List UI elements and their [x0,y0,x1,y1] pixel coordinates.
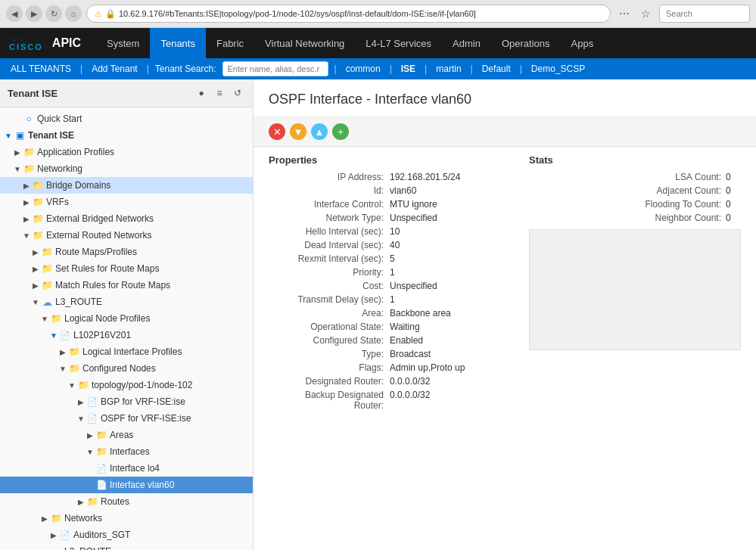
toggle-interfaces: ▼ [85,448,95,456]
tenant-tag-ise[interactable]: ISE [398,64,418,74]
properties-title: Properties [269,154,529,166]
prop-operational-state-value: Waiting [390,322,420,332]
browser-menu-button[interactable]: ⋯ [615,5,633,23]
sidebar-item-routes[interactable]: ▶ 📁 Routes [0,493,253,510]
sidebar-item-l3-route-2[interactable]: ▼ ☁ L3_ROUTE [0,543,253,550]
sidebar-item-l102p16v201[interactable]: ▼ 📄 L102P16V201 [0,327,253,343]
sidebar-item-ext-bridged[interactable]: ▶ 📁 External Bridged Networks [0,210,253,227]
home-button[interactable]: ⌂ [65,5,82,22]
nav-l4l7[interactable]: L4-L7 Services [355,28,442,58]
sidebar-item-logical-interface-profiles[interactable]: ▶ 📁 Logical Interface Profiles [0,343,253,360]
sidebar-item-topology-pod1[interactable]: ▼ 📁 topology/pod-1/node-102 [0,377,253,393]
move-up-action-icon[interactable]: ▲ [311,123,328,140]
prop-configured-state-value: Enabled [390,335,423,346]
prop-rexmit-interval-label: Rexmit Interval (sec): [269,253,390,264]
tenant-tag-default[interactable]: Default [479,64,514,74]
browser-extra-actions: ⋯ ☆ [615,5,655,23]
sidebar-item-route-maps[interactable]: ▶ 📁 Route Maps/Profiles [0,244,253,260]
nav-system[interactable]: System [96,28,150,58]
prop-dead-interval-label: Dead Interval (sec): [269,240,390,250]
nav-operations[interactable]: Operations [491,28,561,58]
sidebar-item-interface-vlan60[interactable]: 📄 Interface vlan60 [0,477,253,493]
sidebar-item-interface-lo4[interactable]: 📄 Interface lo4 [0,460,253,477]
nav-admin[interactable]: Admin [442,28,491,58]
sidebar-item-tenant-ise[interactable]: ▼ ▣ Tenant ISE [0,127,253,144]
sidebar-item-match-rules[interactable]: ▶ 📁 Match Rules for Route Maps [0,277,253,294]
prop-backup-designated-router-label: Backup DesignatedRouter: [269,390,390,411]
sidebar-toggle-button[interactable]: ● [194,85,209,101]
sidebar-item-logical-node-profiles[interactable]: ▼ 📁 Logical Node Profiles [0,310,253,327]
add-tenant-link[interactable]: Add Tenant [89,64,141,74]
tenant-tag-demo-scsp[interactable]: Demo_SCSP [528,64,588,74]
move-down-action-icon[interactable]: ▼ [290,123,306,140]
delete-action-icon[interactable]: ✕ [269,123,285,140]
sidebar-item-interfaces[interactable]: ▼ 📁 Interfaces [0,443,253,460]
sidebar-item-l3-route[interactable]: ▼ ☁ L3_ROUTE [0,294,253,310]
sidebar-item-ext-routed[interactable]: ▼ 📁 External Routed Networks [0,227,253,244]
nav-apps[interactable]: Apps [561,28,605,58]
toggle-ext-routed: ▼ [21,231,32,240]
sidebar-resize-handle[interactable] [250,79,253,550]
app-name: APIC [52,36,81,50]
l3-route-2-icon: ☁ [50,546,62,550]
toggle-vrfs: ▶ [21,198,32,207]
prop-type-value: Broadcast [390,349,431,359]
tenant-tag-common[interactable]: common [343,64,384,74]
nav-virtual-networking[interactable]: Virtual Networking [254,28,355,58]
sidebar-item-networking[interactable]: ▼ 📁 Networking [0,160,253,177]
url-lock-icon: 🔒 [105,9,116,19]
forward-button[interactable]: ▶ [26,5,42,22]
prop-transmit-delay-label: Transmit Delay (sec): [269,294,390,305]
nav-fabric[interactable]: Fabric [206,28,254,58]
main-nav: System Tenants Fabric Virtual Networking… [96,28,604,58]
sep3: | [334,64,337,74]
tenant-tag-martin[interactable]: martin [433,64,464,74]
app-profiles-label: Application Profiles [37,147,114,157]
all-tenants-link[interactable]: ALL TENANTS [8,64,74,74]
url-bar[interactable]: ⚠ 🔒 10.62.9.176/#bTenants:ISE|topology/p… [86,5,611,23]
nav-tenants[interactable]: Tenants [150,28,206,58]
interfaces-label: Interfaces [110,446,150,457]
sep1: | [80,64,82,74]
tenant-search-input[interactable] [222,61,328,76]
sidebar-item-ospf-vrf[interactable]: ▼ 📄 OSPF for VRF-ISE:ise [0,410,253,427]
sidebar-item-bridge-domains[interactable]: ▶ 📁 Bridge Domains [0,177,253,194]
sidebar-item-auditors-sgt[interactable]: ▶ 📄 Auditors_SGT [0,527,253,543]
sidebar-item-app-profiles[interactable]: ▶ 📁 Application Profiles [0,144,253,160]
sep7: | [520,64,522,74]
prop-network-type: Network Type: Unspecified [269,213,529,223]
back-button[interactable]: ◀ [6,5,23,22]
sidebar-item-quick-start[interactable]: ○ Quick Start [0,110,253,127]
sidebar-item-set-rules[interactable]: ▶ 📁 Set Rules for Route Maps [0,260,253,277]
sidebar-refresh-button[interactable]: ↺ [230,85,245,101]
prop-interface-control-label: Interface Control: [269,199,390,210]
toggle-bgp-vrf: ▶ [76,398,86,406]
toggle-match-rules: ▶ [30,281,41,290]
ext-routed-label: External Routed Networks [46,230,151,241]
set-rules-label: Set Rules for Route Maps [55,263,159,274]
sidebar-item-vrfs[interactable]: ▶ 📁 VRFs [0,194,253,210]
prop-transmit-delay-value: 1 [390,294,395,305]
logical-node-profiles-icon: 📁 [50,313,62,324]
prop-rexmit-interval: Rexmit Interval (sec): 5 [269,253,529,264]
app-header: ·:·:· CISCO APIC System Tenants Fabric V… [0,28,756,58]
bookmark-button[interactable]: ☆ [636,5,655,23]
sidebar-item-networks[interactable]: ▶ 📁 Networks [0,510,253,527]
prop-area: Area: Backbone area [269,308,529,319]
sidebar-item-configured-nodes[interactable]: ▼ 📁 Configured Nodes [0,360,253,377]
areas-icon: 📁 [95,430,107,440]
prop-interface-control: Interface Control: MTU ignore [269,199,529,210]
browser-search-input[interactable] [659,5,750,23]
bgp-vrf-icon: 📄 [86,396,98,407]
add-action-icon[interactable]: + [332,123,349,140]
sidebar-list-button[interactable]: ≡ [212,85,227,101]
sidebar-item-bgp-vrf[interactable]: ▶ 📄 BGP for VRF-ISE:ise [0,393,253,410]
prop-dead-interval-value: 40 [390,240,400,250]
match-rules-label: Match Rules for Route Maps [55,280,170,291]
auditors-sgt-label: Auditors_SGT [73,530,130,540]
url-secure-icon: ⚠ [95,9,102,19]
stat-adjacent-count: Adjacent Count: 0 [529,185,741,196]
sidebar-item-areas[interactable]: ▶ 📁 Areas [0,427,253,443]
refresh-button[interactable]: ↻ [45,5,62,22]
stat-neighbor-count: Neighbor Count: 0 [529,213,741,223]
